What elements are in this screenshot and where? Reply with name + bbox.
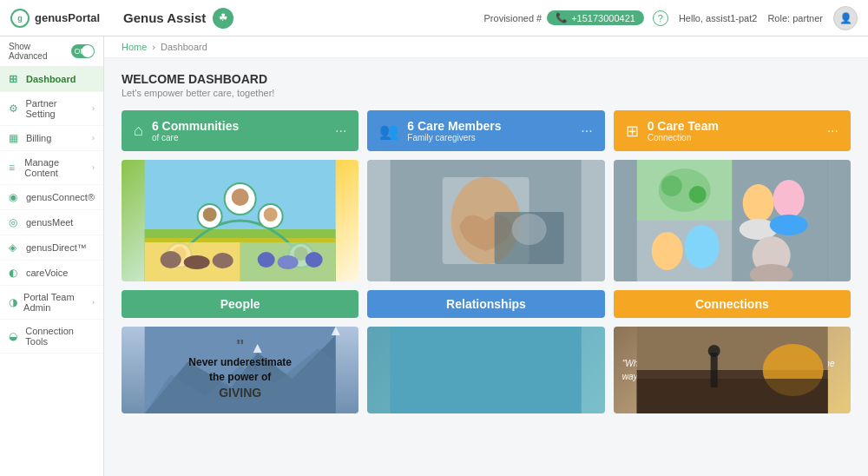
connections-image-card[interactable] <box>614 160 851 281</box>
help-icon[interactable]: ? <box>653 10 668 26</box>
quote-row: " Never underestimatethe power ofGIVING … <box>122 327 851 413</box>
breadcrumb-home[interactable]: Home <box>122 42 147 52</box>
sidebar-item-label: Connection Tools <box>25 326 95 347</box>
stat-row: ⌂ 6 Communities of care ··· 👥 6 Care Mem… <box>122 110 851 151</box>
care-members-count: 6 Care Members <box>407 119 501 133</box>
welcome-subtitle: Let's empower better care, together! <box>122 88 851 98</box>
manage-content-icon: ≡ <box>9 162 19 174</box>
care-team-icon: ⊞ <box>626 122 639 141</box>
label-row: People Relationships Connections <box>122 290 851 318</box>
svg-rect-51 <box>636 379 827 413</box>
svg-point-20 <box>306 252 323 268</box>
label-people[interactable]: People <box>122 290 358 318</box>
genus-connect-icon: ◉ <box>9 191 21 203</box>
care-members-sublabel: Family caregivers <box>407 133 501 142</box>
svg-point-53 <box>707 345 720 357</box>
chevron-icon: › <box>92 134 95 142</box>
chevron-icon: › <box>92 163 95 172</box>
care-team-sublabel: Connection <box>648 133 719 142</box>
svg-point-17 <box>213 253 233 268</box>
logo-text: genusPortal <box>35 11 100 24</box>
dashboard-icon: ⊞ <box>9 73 21 85</box>
sidebar-item-label: careVoice <box>26 268 68 278</box>
quote-inspire-card[interactable]: INSPIRESOMEONETODAY. <box>367 327 604 413</box>
genus-direct-icon: ◈ <box>9 241 21 254</box>
portal-team-icon: ◑ <box>9 296 18 308</box>
title-icon: ☘ <box>213 8 233 29</box>
svg-point-29 <box>661 175 681 196</box>
sidebar-item-label: Portal Team Admin <box>23 292 87 313</box>
breadcrumb-current: Dashboard <box>161 42 207 52</box>
communities-icon: ⌂ <box>134 122 143 140</box>
sidebar-item-label: genusDirect™ <box>26 242 87 253</box>
sidebar-item-label: genusConnect® <box>26 192 95 202</box>
logo: g genusPortal <box>10 9 115 28</box>
care-team-menu[interactable]: ··· <box>827 123 838 139</box>
sidebar-item-billing[interactable]: ▦ Billing › <box>0 126 103 151</box>
care-voice-icon: ◐ <box>9 267 21 279</box>
quote-gandhi-card[interactable]: "When I despair, I remember that all thr… <box>614 327 851 413</box>
svg-point-37 <box>773 180 804 218</box>
quote-giving-text: " Never underestimatethe power ofGIVING <box>180 330 300 411</box>
sidebar-item-portal-team-admin[interactable]: ◑ Portal Team Admin › <box>0 286 103 320</box>
phone-badge[interactable]: 📞 +15173000421 <box>547 10 644 25</box>
stat-card-communities[interactable]: ⌂ 6 Communities of care ··· <box>122 110 358 151</box>
provision-info: Provisioned # 📞 +15173000421 <box>484 10 644 25</box>
svg-point-18 <box>258 252 275 268</box>
label-connections[interactable]: Connections <box>614 290 851 318</box>
show-advanced-label: Show Advanced <box>9 42 66 61</box>
care-team-count: 0 Care Team <box>648 119 719 133</box>
care-members-icon: 👥 <box>379 122 398 141</box>
main-content: Home › Dashboard WELCOME DASHBOARD Let's… <box>104 36 868 476</box>
svg-rect-52 <box>710 353 717 387</box>
sidebar-item-dashboard[interactable]: ⊞ Dashboard <box>0 67 103 92</box>
svg-point-19 <box>278 255 299 269</box>
sidebar-item-connection-tools[interactable]: ◒ Connection Tools <box>0 320 103 354</box>
relationships-image-card[interactable] <box>367 160 604 281</box>
genus-meet-icon: ◎ <box>9 216 21 228</box>
dashboard-content: WELCOME DASHBOARD Let's empower better c… <box>104 58 868 427</box>
sidebar-item-genus-direct[interactable]: ◈ genusDirect™ <box>0 235 103 261</box>
svg-point-33 <box>684 225 719 268</box>
sidebar-item-manage-content[interactable]: ≡ Manage Content › <box>0 151 103 185</box>
sidebar-item-label: Partner Setting <box>25 98 87 119</box>
image-row <box>122 160 851 281</box>
sidebar-item-genus-meet[interactable]: ◎ genusMeet <box>0 210 103 235</box>
chevron-icon: › <box>92 298 95 307</box>
svg-point-32 <box>651 232 682 270</box>
communities-count: 6 Communities <box>152 119 239 133</box>
sidebar-item-label: genusMeet <box>26 217 73 228</box>
welcome-title: WELCOME DASHBOARD <box>122 72 851 86</box>
svg-rect-47 <box>391 327 582 413</box>
topbar-right: ? Hello, assist1-pat2 Role: partner 👤 <box>653 6 858 30</box>
svg-point-9 <box>203 208 217 221</box>
communities-menu[interactable]: ··· <box>335 123 346 139</box>
quote-giving-card[interactable]: " Never underestimatethe power ofGIVING <box>122 327 358 413</box>
partner-setting-icon: ⚙ <box>9 102 20 115</box>
sidebar-item-genus-connect[interactable]: ◉ genusConnect® <box>0 185 103 210</box>
sidebar-item-partner-setting[interactable]: ⚙ Partner Setting › <box>0 92 103 126</box>
avatar[interactable]: 👤 <box>833 6 858 30</box>
label-relationships[interactable]: Relationships <box>367 290 604 318</box>
layout: Show Advanced ON ⊞ Dashboard ⚙ Partner S… <box>0 36 868 476</box>
billing-icon: ▦ <box>9 132 21 144</box>
care-members-menu[interactable]: ··· <box>581 123 592 139</box>
connection-tools-icon: ◒ <box>9 330 20 342</box>
svg-point-30 <box>688 186 706 203</box>
show-advanced-toggle-row: Show Advanced ON <box>0 36 103 67</box>
svg-point-16 <box>184 255 210 269</box>
app-title: Genus Assist ☘ <box>123 8 476 29</box>
svg-point-10 <box>232 188 249 206</box>
stat-card-care-members[interactable]: 👥 6 Care Members Family caregivers ··· <box>367 110 604 151</box>
chevron-icon: › <box>92 104 95 113</box>
show-advanced-toggle[interactable]: ON <box>71 44 95 58</box>
sidebar-item-label: Billing <box>26 133 51 143</box>
sidebar-item-care-voice[interactable]: ◐ careVoice <box>0 261 103 286</box>
breadcrumb: Home › Dashboard <box>104 36 868 58</box>
people-image-card[interactable] <box>122 160 358 281</box>
stat-card-care-team[interactable]: ⊞ 0 Care Team Connection ··· <box>614 110 851 151</box>
svg-point-25 <box>512 214 547 245</box>
svg-point-38 <box>769 215 807 235</box>
sidebar: Show Advanced ON ⊞ Dashboard ⚙ Partner S… <box>0 36 104 476</box>
communities-sublabel: of care <box>152 133 239 142</box>
